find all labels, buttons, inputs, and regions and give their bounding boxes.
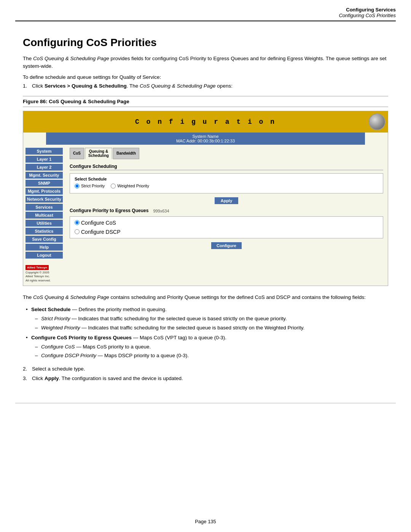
sub-strict-priority: Strict Priority — Indicates that traffic… bbox=[35, 315, 388, 323]
radio-dscp-input[interactable] bbox=[75, 229, 80, 234]
sidebar-item-layer2[interactable]: Layer 2 bbox=[25, 164, 63, 171]
configure-button[interactable]: Configure bbox=[211, 242, 242, 249]
radio-strict-label: Strict Priority bbox=[81, 184, 105, 188]
sidebar-item-mgmt-security[interactable]: Mgmt. Security bbox=[25, 172, 63, 179]
page-number: Page 135 bbox=[195, 519, 216, 524]
main-panel: CoS Queuing &Scheduling Bandwidth Config… bbox=[65, 145, 388, 286]
radio-weighted[interactable]: Weighted Priority bbox=[111, 184, 149, 189]
main-content: Configuring CoS Priorities The CoS Queui… bbox=[0, 21, 411, 403]
copyright-text: Copyright © 2005Allied Telesyn Inc.All r… bbox=[25, 271, 63, 283]
priority-section-header: Configure Priority to Egress Queues 999x… bbox=[70, 208, 383, 214]
tab-cos[interactable]: CoS bbox=[70, 148, 84, 159]
sidebar-item-network-security[interactable]: Network Security bbox=[25, 196, 63, 203]
radio-dscp-label: Configure DSCP bbox=[81, 229, 121, 235]
step-3: 3.Click Apply. The configuration is save… bbox=[23, 375, 388, 382]
schedule-radio-row: Strict Priority Weighted Priority bbox=[75, 184, 378, 189]
intro-paragraph: The CoS Queuing & Scheduling Page provid… bbox=[23, 55, 388, 70]
intro-steps: 1. Click Services > Queuing & Scheduling… bbox=[23, 82, 388, 90]
sub-configure-cos: Configure CoS — Maps CoS priority to a q… bbox=[35, 343, 388, 351]
sidebar-item-services[interactable]: Services bbox=[25, 204, 63, 211]
system-name-bar: System Name MAC Addr: 00:00:3b:00:1:22:3… bbox=[46, 133, 365, 145]
sidebar: System Layer 1 Layer 2 Mgmt. Security SN… bbox=[23, 145, 65, 286]
bullet-configure-cos-priority: Configure CoS Priority to Egress Queues … bbox=[23, 334, 388, 360]
radio-weighted-input[interactable] bbox=[111, 184, 116, 189]
system-name-label: System Name bbox=[48, 134, 363, 139]
sidebar-item-logout[interactable]: Logout bbox=[25, 252, 63, 259]
config-body: System Layer 1 Layer 2 Mgmt. Security SN… bbox=[23, 145, 388, 286]
tab-bandwidth[interactable]: Bandwidth bbox=[113, 148, 139, 159]
intro-step-1: 1. Click Services > Queuing & Scheduling… bbox=[23, 82, 388, 90]
select-schedule-label: Select Schedule bbox=[75, 177, 378, 181]
allied-logo: Allied Telesyn bbox=[25, 265, 49, 270]
sidebar-item-mgmt-protocols[interactable]: Mgmt. Protocols bbox=[25, 188, 63, 195]
radio-cos-label: Configure CoS bbox=[81, 220, 116, 226]
sidebar-item-layer1[interactable]: Layer 1 bbox=[25, 156, 63, 163]
apply-button[interactable]: Apply bbox=[215, 197, 239, 204]
priority-section-title: Configure Priority to Egress Queues bbox=[70, 208, 148, 214]
tab-queuing-scheduling[interactable]: Queuing &Scheduling bbox=[85, 148, 112, 159]
scheduling-section-title: Configure Scheduling bbox=[70, 164, 383, 170]
tabs-row: CoS Queuing &Scheduling Bandwidth bbox=[70, 148, 383, 159]
page-title: Configuring CoS Priorities bbox=[23, 37, 388, 49]
radio-configure-dscp[interactable]: Configure DSCP bbox=[75, 229, 378, 235]
sidebar-item-system[interactable]: System bbox=[25, 148, 63, 155]
header-subtitle: Configuring CoS Priorities bbox=[339, 13, 396, 18]
sub-weighted-priority: Weighted Priority — Indicates that traff… bbox=[35, 324, 388, 332]
radio-weighted-label: Weighted Priority bbox=[117, 184, 149, 188]
configure-cos-sub: Configure CoS — Maps CoS priority to a q… bbox=[35, 343, 388, 360]
select-schedule-section: Select Schedule Strict Priority Weighted… bbox=[70, 173, 383, 193]
globe-icon bbox=[369, 113, 386, 130]
priority-dims: 999x634 bbox=[153, 209, 169, 213]
mac-addr: MAC Addr: 00:00:3b:00:1:22:33 bbox=[48, 139, 363, 143]
page-footer: Page 135 bbox=[0, 519, 411, 524]
sidebar-item-save-config[interactable]: Save Config bbox=[25, 236, 63, 243]
fields-list: Select Schedule — Defines the priority m… bbox=[23, 306, 388, 360]
header-right: Configuring Services Configuring CoS Pri… bbox=[339, 7, 396, 18]
step-intro: To define schedule and queue settings fo… bbox=[23, 74, 388, 80]
sidebar-item-statistics[interactable]: Statistics bbox=[25, 228, 63, 235]
select-schedule-sub: Strict Priority — Indicates that traffic… bbox=[35, 315, 388, 332]
step-2: 2.Select a schedule type. bbox=[23, 365, 388, 373]
radio-cos-input[interactable] bbox=[75, 220, 80, 225]
desc-paragraph: The CoS Queuing & Scheduling Page contai… bbox=[23, 294, 388, 301]
header-title: Configuring Services bbox=[339, 7, 396, 13]
config-title: C o n f i g u r a t i o n bbox=[42, 118, 369, 126]
config-ui: C o n f i g u r a t i o n System Name MA… bbox=[23, 111, 388, 286]
radio-strict[interactable]: Strict Priority bbox=[75, 184, 105, 189]
figure-caption: Figure 86: CoS Queuing & Scheduling Page bbox=[23, 96, 388, 107]
bullet-select-schedule: Select Schedule — Defines the priority m… bbox=[23, 306, 388, 332]
sub-configure-dscp: Configure DSCP Priority — Maps DSCP prio… bbox=[35, 352, 388, 359]
config-header: C o n f i g u r a t i o n bbox=[23, 111, 388, 133]
sidebar-item-utilities[interactable]: Utilities bbox=[25, 220, 63, 227]
priority-section: Configure CoS Configure DSCP bbox=[70, 216, 383, 238]
sidebar-item-multicast[interactable]: Multicast bbox=[25, 212, 63, 219]
page-header: Configuring Services Configuring CoS Pri… bbox=[0, 0, 411, 21]
sidebar-footer: Allied Telesyn Copyright © 2005Allied Te… bbox=[25, 260, 63, 283]
radio-strict-input[interactable] bbox=[75, 184, 80, 189]
radio-configure-cos[interactable]: Configure CoS bbox=[75, 220, 378, 226]
sidebar-item-snmp[interactable]: SNMP bbox=[25, 180, 63, 187]
sidebar-item-help[interactable]: Help bbox=[25, 244, 63, 251]
screenshot-box: C o n f i g u r a t i o n System Name MA… bbox=[23, 111, 388, 286]
footer-divider bbox=[15, 403, 396, 403]
action-steps: 2.Select a schedule type. 3.Click Apply.… bbox=[23, 365, 388, 383]
